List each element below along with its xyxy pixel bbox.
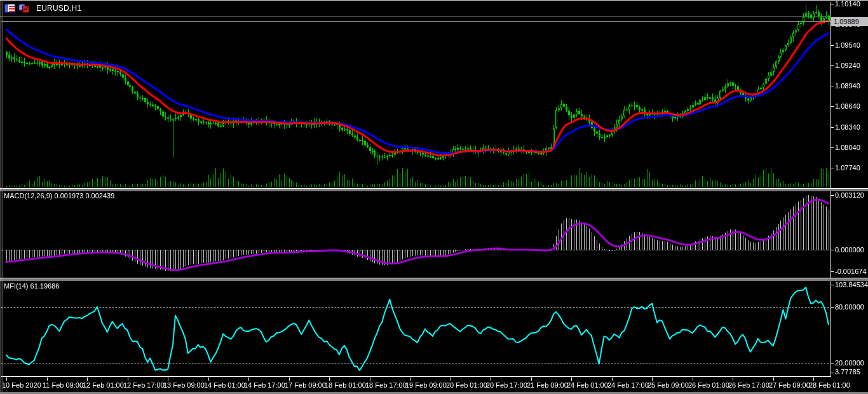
price-tick-label: 1.09540 — [835, 41, 860, 49]
time-axis-label: 14 Feb 17:00 — [244, 381, 285, 389]
time-tick — [329, 377, 330, 381]
time-tick — [733, 377, 733, 381]
macd-tick-label: 0.003120 — [835, 191, 864, 199]
time-tick — [168, 377, 168, 381]
price-tick-label: 1.07740 — [835, 164, 860, 172]
mfi-tick-label: 80.00000 — [835, 303, 864, 311]
price-tick — [831, 86, 834, 86]
separator-macd-mfi[interactable] — [0, 278, 868, 281]
time-tick — [410, 377, 410, 381]
time-axis-label: 12 Feb 01:00 — [83, 381, 124, 389]
time-axis-label: 20 Feb 01:00 — [446, 381, 487, 389]
time-axis-label: 10 Feb 2020 — [2, 381, 41, 389]
time-axis-label: 21 Feb 09:00 — [527, 381, 568, 389]
time-tick — [693, 377, 693, 381]
time-tick — [491, 377, 491, 381]
chart-window-icon[interactable] — [18, 4, 29, 13]
price-tick-label: 1.10140 — [835, 0, 860, 8]
window-border-left — [1, 0, 1, 394]
price-tick-label: 1.08340 — [835, 123, 860, 131]
macd-indicator-label: MACD(12,26,9) 0.001973 0.002439 — [4, 192, 114, 200]
price-tick-label: 1.08640 — [835, 102, 860, 110]
time-tick — [612, 377, 613, 381]
time-axis-label: 12 Feb 17:00 — [123, 381, 165, 389]
mfi-tick — [831, 363, 834, 363]
time-axis-label: 11 Feb 09:00 — [43, 381, 83, 389]
price-tick — [831, 45, 834, 46]
separator-main-macd[interactable] — [0, 188, 868, 191]
macd-tick-label: -0.001674 — [835, 268, 867, 275]
mfi-tick — [831, 307, 834, 308]
macd-tick — [831, 250, 834, 250]
price-tick-label: 1.08940 — [835, 82, 860, 90]
time-tick — [370, 377, 370, 381]
time-tick — [6, 377, 7, 381]
time-axis-label: 14 Feb 01:00 — [204, 381, 245, 389]
macd-tick — [831, 195, 834, 196]
price-tick — [831, 106, 834, 107]
price-tick-label: 1.08040 — [835, 144, 860, 151]
time-tick — [531, 377, 532, 381]
price-tick — [831, 127, 834, 128]
mfi-tick-label: 3.77785 — [835, 368, 860, 376]
chart-window: EURUSD,H1 1.09889 MACD(12,26,9) 0.001973… — [0, 0, 868, 394]
symbol-list-icon[interactable] — [4, 4, 15, 13]
time-axis-label: 24 Feb 01:00 — [567, 381, 608, 389]
time-tick — [652, 377, 653, 381]
time-axis-label: 18 Feb 01:00 — [325, 381, 366, 389]
mfi-tick-label: 103.84534 — [835, 281, 868, 289]
window-border-top — [0, 0, 868, 1]
price-tick — [831, 65, 834, 66]
price-tick — [831, 4, 834, 4]
time-tick — [248, 377, 249, 381]
time-tick — [289, 377, 290, 381]
symbol-period-title: EURUSD,H1 — [36, 4, 81, 13]
time-tick — [813, 377, 814, 381]
macd-tick — [831, 271, 834, 272]
time-tick — [128, 377, 128, 381]
mfi-tick — [831, 285, 834, 285]
current-price-badge: 1.09889 — [831, 17, 868, 26]
time-axis-label: 26 Feb 01:00 — [688, 381, 729, 389]
time-tick — [87, 377, 88, 381]
mfi-tick — [831, 372, 834, 372]
chart-titlebar: EURUSD,H1 — [0, 0, 81, 16]
time-axis-label: 28 Feb 01:00 — [809, 381, 850, 389]
time-axis-label: 25 Feb 09:00 — [648, 381, 689, 389]
time-tick — [208, 377, 209, 381]
time-axis-label: 13 Feb 09:00 — [163, 381, 205, 389]
window-border-left-inner — [3, 0, 3, 394]
chart-canvas[interactable] — [0, 0, 868, 394]
time-tick — [571, 377, 572, 381]
time-axis-label: 24 Feb 17:00 — [607, 381, 649, 389]
time-axis-label: 27 Feb 09:00 — [769, 381, 810, 389]
mfi-tick-label: 20.00000 — [835, 359, 864, 367]
time-axis-label: 20 Feb 17:00 — [486, 381, 527, 389]
time-axis-label: 26 Feb 17:00 — [728, 381, 770, 389]
price-tick — [831, 168, 834, 168]
time-axis-label: 17 Feb 09:00 — [285, 381, 326, 389]
time-tick — [773, 377, 774, 381]
time-axis-label: 18 Feb 17:00 — [365, 381, 407, 389]
mfi-indicator-label: MFI(14) 61.19686 — [4, 282, 59, 290]
price-tick-label: 1.09240 — [835, 62, 860, 69]
price-tick — [831, 147, 834, 148]
macd-tick-label: 0.000000 — [835, 246, 864, 254]
time-axis-label: 19 Feb 09:00 — [405, 381, 447, 389]
time-tick — [47, 377, 48, 381]
time-tick — [451, 377, 451, 381]
